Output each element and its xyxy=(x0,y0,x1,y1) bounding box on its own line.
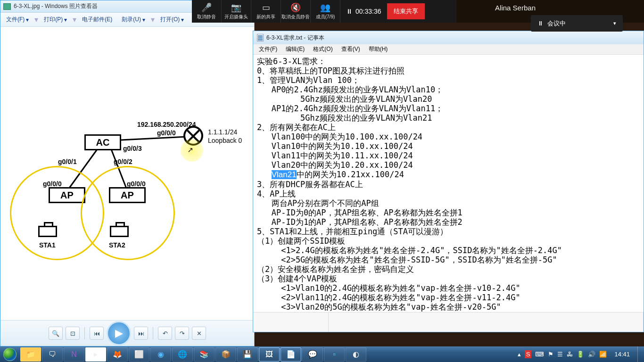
np-menu-format[interactable]: 格式(O) xyxy=(309,44,336,54)
zoom-unmute-button[interactable]: 🎤取消静音 xyxy=(192,0,222,23)
tray-volume-icon[interactable]: 🔊 xyxy=(588,351,595,358)
taskbar-app-firefox[interactable]: 🦊 xyxy=(107,347,128,362)
notepad-window: 6-3-XL需求.txt - 记事本 文件(F) 编辑(E) 格式(O) 查看(… xyxy=(253,31,644,332)
zoom-newshare-button[interactable]: ▭新的共享 xyxy=(251,0,281,23)
label-loop-ip: 1.1.1.1/24 xyxy=(208,128,237,136)
taskbar-app-6[interactable]: 📦 xyxy=(215,347,236,362)
label-sta1: STA1 xyxy=(39,241,56,249)
np-menu-edit[interactable]: 编辑(E) xyxy=(282,44,308,54)
taskbar-app-10[interactable]: ◐ xyxy=(346,347,366,362)
label-sta2: STA2 xyxy=(109,241,125,249)
np-menu-help[interactable]: 帮助(H) xyxy=(365,44,392,54)
taskbar-app-8[interactable]: 💬 xyxy=(302,347,323,362)
notepad-titlebar[interactable]: 6-3-XL需求.txt - 记事本 xyxy=(253,31,644,44)
tray-icon-1[interactable]: ☰ xyxy=(557,351,563,358)
show-desktop-button[interactable] xyxy=(637,346,641,362)
zoom-toolbar: 🎤取消静音 📷开启摄像头 ▭新的共享 🔇取消全员静音 👥成员(7/9) ⏸00:… xyxy=(192,0,456,23)
zoom-stopall-button[interactable]: 🔇取消全员静音 xyxy=(281,0,311,23)
label-g001: g0/0/1 xyxy=(58,158,77,165)
taskbar-app-photoviewer[interactable]: 🖼 xyxy=(259,347,280,362)
zoom-fit-button[interactable]: ⊡ xyxy=(66,327,80,340)
pv-menu-open[interactable]: 打开(O) ▾ xyxy=(157,14,188,25)
tray-flag-icon[interactable]: ⚑ xyxy=(548,351,553,358)
np-menu-file[interactable]: 文件(F) xyxy=(255,44,281,54)
camera-off-icon: 📷 xyxy=(231,2,241,13)
svg-line-2 xyxy=(121,137,187,140)
network-diagram: 192.168.250.200/24 g0/0/0 g0/0/3 1.1.1.1… xyxy=(5,88,246,291)
next-button[interactable]: ⏭ xyxy=(134,327,148,340)
zoom-video-button[interactable]: 📷开启摄像头 xyxy=(222,0,251,23)
zoom-members-button[interactable]: 👥成员(7/9) xyxy=(311,0,340,23)
pv-title-text: 6-3-XL.jpg - Windows 照片查看器 xyxy=(14,2,98,10)
tray-show-hidden-icon[interactable]: ▴ xyxy=(518,351,521,358)
windows-orb-icon xyxy=(3,348,17,361)
chevron-down-icon: ▾ xyxy=(613,20,616,26)
taskbar-app-5[interactable]: 🌐 xyxy=(172,347,193,362)
delete-button[interactable]: ✕ xyxy=(192,327,206,340)
meeting-status-pill[interactable]: ⏸会议中 ▾ xyxy=(531,15,623,32)
np-menu-view[interactable]: 查看(V) xyxy=(338,44,364,54)
photo-viewer-window: 6-3-XL.jpg - Windows 照片查看器 文件(F) ▾▾ 打印(P… xyxy=(0,0,255,346)
rotate-ccw-button[interactable]: ↶ xyxy=(158,327,172,340)
taskbar-app-1[interactable]: 🗨 xyxy=(42,347,63,362)
notepad-text-area[interactable]: 实验6-3-XL需求： 0、将草稿纸上的TOP图及其标注进行拍照 1、管理VLA… xyxy=(253,55,644,312)
slideshow-button[interactable]: ▶ xyxy=(107,321,131,346)
zoom-out-button[interactable]: 🔍 xyxy=(49,327,63,340)
taskbar-app-notepad[interactable]: 📄 xyxy=(281,347,301,362)
mic-all-icon: 🔇 xyxy=(290,2,301,13)
zoom-timer: ⏸00:33:36 xyxy=(340,8,387,15)
notepad-menubar: 文件(F) 编辑(E) 格式(O) 查看(V) 帮助(H) xyxy=(253,44,644,55)
participant-name: Alina Serban xyxy=(495,4,536,12)
taskbar: 📁 🗨 N ▸ 🦊 ⬜ ◉ 🌐 📚 📦 💾 🖼 📄 💬 ▫ ◐ ▴ S ⌨ ⚑ … xyxy=(0,346,644,362)
system-tray: ▴ S ⌨ ⚑ ☰ 🖧 🔋 🔊 📶 14:41 xyxy=(515,346,644,362)
label-g003: g0/0/3 xyxy=(123,145,142,152)
prev-button[interactable]: ⏮ xyxy=(90,327,104,340)
people-icon: 👥 xyxy=(320,2,330,13)
taskbar-clock[interactable]: 14:41 xyxy=(611,351,634,358)
image-file-icon xyxy=(3,3,11,10)
start-button[interactable] xyxy=(0,346,20,362)
pv-menu-print[interactable]: 打印(P) ▾ xyxy=(40,14,71,25)
share-icon: ▭ xyxy=(262,2,270,13)
taskbar-app-explorer[interactable]: 📁 xyxy=(20,347,41,362)
notepad-statusbar xyxy=(253,312,644,332)
notepad-file-icon xyxy=(257,34,264,41)
taskbar-app-9[interactable]: ▫ xyxy=(324,347,345,362)
pv-menu-burn[interactable]: 刻录(U) ▾ xyxy=(118,14,149,25)
coverage-circle-2 xyxy=(81,166,175,260)
label-g002: g0/0/2 xyxy=(114,158,132,165)
taskbar-app-onenote[interactable]: N xyxy=(64,347,84,362)
taskbar-app-3[interactable]: ⬜ xyxy=(129,347,149,362)
taskbar-app-winrar[interactable]: 📚 xyxy=(194,347,215,362)
label-ip: 192.168.250.200/24 xyxy=(137,121,196,128)
cursor-highlight xyxy=(181,139,203,162)
rotate-cw-button[interactable]: ↷ xyxy=(175,327,189,340)
taskbar-app-4[interactable]: ◉ xyxy=(150,347,171,362)
taskbar-app-2[interactable]: ▸ xyxy=(85,347,106,362)
photo-canvas: 192.168.250.200/24 g0/0/0 g0/0/3 1.1.1.1… xyxy=(0,27,254,319)
pv-menu-email[interactable]: 电子邮件(E) xyxy=(78,14,116,25)
bars-icon: ⏸ xyxy=(537,20,544,27)
notepad-title-text: 6-3-XL需求.txt - 记事本 xyxy=(266,34,324,42)
zoom-end-share-button[interactable]: 结束共享 xyxy=(387,3,425,19)
tray-network-icon[interactable]: 🖧 xyxy=(567,351,573,358)
taskbar-app-7[interactable]: 💾 xyxy=(237,347,258,362)
tray-battery-icon[interactable]: 🔋 xyxy=(577,351,584,358)
tray-ime-icon[interactable]: S xyxy=(525,350,532,358)
tray-wifi-icon[interactable]: 📶 xyxy=(599,351,607,358)
sta1-icon xyxy=(38,226,57,237)
pv-menu-file[interactable]: 文件(F) ▾ xyxy=(2,14,33,25)
photo-viewer-controls: 🔍 ⊡ ⏮ ▶ ⏭ ↶ ↷ ✕ xyxy=(0,320,254,346)
label-g000a: g0/0/0 xyxy=(157,129,176,137)
label-loopback: Loopback 0 xyxy=(208,137,242,144)
tray-input-icon[interactable]: ⌨ xyxy=(535,351,544,358)
ac-box: AC xyxy=(84,134,121,150)
mic-off-icon: 🎤 xyxy=(201,2,212,13)
sta2-icon xyxy=(110,226,129,237)
pause-icon: ⏸ xyxy=(346,8,353,15)
